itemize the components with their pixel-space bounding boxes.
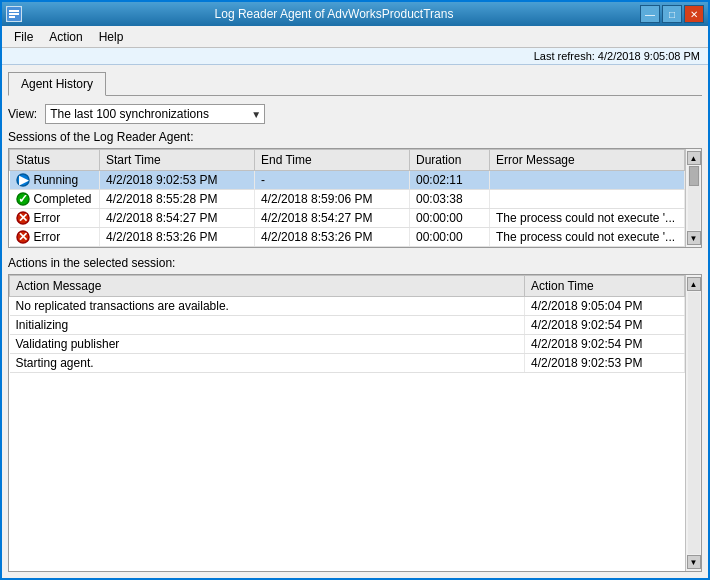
table-row[interactable]: ▶ Running 4/2/2018 9:02:53 PM - 00:02:11 <box>10 171 685 190</box>
status-cell: ✕ Error <box>10 228 100 247</box>
svg-rect-1 <box>9 10 19 12</box>
view-row: View: The last 100 synchronizations The … <box>8 104 702 124</box>
svg-text:▶: ▶ <box>18 173 28 187</box>
table-row[interactable]: No replicated transactions are available… <box>10 297 685 316</box>
status-text: Error <box>34 230 61 244</box>
end-time-cell: 4/2/2018 8:54:27 PM <box>255 209 410 228</box>
status-icon: ▶ <box>16 173 30 187</box>
window-icon <box>6 6 22 22</box>
table-row[interactable]: ✕ Error 4/2/2018 8:53:26 PM 4/2/2018 8:5… <box>10 228 685 247</box>
duration-cell: 00:03:38 <box>410 190 490 209</box>
action-time-cell: 4/2/2018 9:02:53 PM <box>525 354 685 373</box>
action-message-cell: No replicated transactions are available… <box>10 297 525 316</box>
error-message-cell <box>490 190 685 209</box>
table-row[interactable]: ✕ Error 4/2/2018 8:54:27 PM 4/2/2018 8:5… <box>10 209 685 228</box>
main-window: Log Reader Agent of AdvWorksProductTrans… <box>0 0 710 580</box>
main-content: Agent History View: The last 100 synchro… <box>2 65 708 578</box>
status-cell: ✕ Error <box>10 209 100 228</box>
status-icon: ✕ <box>16 211 30 225</box>
scroll-up-button[interactable]: ▲ <box>687 151 701 165</box>
svg-rect-3 <box>9 16 15 18</box>
svg-text:✓: ✓ <box>18 192 28 206</box>
col-error-message: Error Message <box>490 150 685 171</box>
duration-cell: 00:00:00 <box>410 228 490 247</box>
sessions-label: Sessions of the Log Reader Agent: <box>8 130 702 144</box>
action-time-cell: 4/2/2018 9:02:54 PM <box>525 316 685 335</box>
svg-rect-2 <box>9 13 19 15</box>
scroll-down-button[interactable]: ▼ <box>687 231 701 245</box>
actions-scroll-down-button[interactable]: ▼ <box>687 555 701 569</box>
menu-action[interactable]: Action <box>41 28 90 46</box>
table-row[interactable]: Validating publisher 4/2/2018 9:02:54 PM <box>10 335 685 354</box>
scroll-thumb[interactable] <box>689 166 699 186</box>
table-row[interactable]: ✓ Completed 4/2/2018 8:55:28 PM 4/2/2018… <box>10 190 685 209</box>
status-cell: ✓ Completed <box>10 190 100 209</box>
duration-cell: 00:00:00 <box>410 209 490 228</box>
start-time-cell: 4/2/2018 8:55:28 PM <box>100 190 255 209</box>
actions-scrollbar[interactable]: ▲ ▼ <box>685 275 701 571</box>
col-status: Status <box>10 150 100 171</box>
menu-file[interactable]: File <box>6 28 41 46</box>
actions-table: Action Message Action Time No replicated… <box>9 275 685 373</box>
col-action-message: Action Message <box>10 276 525 297</box>
col-action-time: Action Time <box>525 276 685 297</box>
status-text: Running <box>34 173 79 187</box>
error-message-cell <box>490 171 685 190</box>
error-message-cell: The process could not execute '... <box>490 228 685 247</box>
action-time-cell: 4/2/2018 9:02:54 PM <box>525 335 685 354</box>
close-button[interactable]: ✕ <box>684 5 704 23</box>
window-title: Log Reader Agent of AdvWorksProductTrans <box>28 7 640 21</box>
start-time-cell: 4/2/2018 8:54:27 PM <box>100 209 255 228</box>
status-cell: ▶ Running <box>10 171 100 190</box>
status-icon: ✕ <box>16 230 30 244</box>
end-time-cell: - <box>255 171 410 190</box>
svg-text:✕: ✕ <box>18 230 28 244</box>
table-row[interactable]: Starting agent. 4/2/2018 9:02:53 PM <box>10 354 685 373</box>
title-bar-buttons: — □ ✕ <box>640 5 704 23</box>
view-label: View: <box>8 107 37 121</box>
end-time-cell: 4/2/2018 8:53:26 PM <box>255 228 410 247</box>
tab-agent-history[interactable]: Agent History <box>8 72 106 96</box>
tab-bar: Agent History <box>8 71 702 96</box>
status-text: Error <box>34 211 61 225</box>
col-duration: Duration <box>410 150 490 171</box>
action-message-cell: Starting agent. <box>10 354 525 373</box>
svg-text:✕: ✕ <box>18 211 28 225</box>
title-bar: Log Reader Agent of AdvWorksProductTrans… <box>2 2 708 26</box>
status-icon: ✓ <box>16 192 30 206</box>
action-time-cell: 4/2/2018 9:05:04 PM <box>525 297 685 316</box>
actions-table-container: Action Message Action Time No replicated… <box>8 274 702 572</box>
table-row[interactable]: Initializing 4/2/2018 9:02:54 PM <box>10 316 685 335</box>
duration-cell: 00:02:11 <box>410 171 490 190</box>
maximize-button[interactable]: □ <box>662 5 682 23</box>
sessions-table: Status Start Time End Time Duration Erro… <box>9 149 685 247</box>
action-message-cell: Initializing <box>10 316 525 335</box>
end-time-cell: 4/2/2018 8:59:06 PM <box>255 190 410 209</box>
sessions-table-container: Status Start Time End Time Duration Erro… <box>8 148 702 248</box>
menu-help[interactable]: Help <box>91 28 132 46</box>
view-select[interactable]: The last 100 synchronizations The last 5… <box>45 104 265 124</box>
menu-bar: File Action Help <box>2 26 708 48</box>
start-time-cell: 4/2/2018 9:02:53 PM <box>100 171 255 190</box>
actions-label: Actions in the selected session: <box>8 256 702 270</box>
sessions-scrollbar[interactable]: ▲ ▼ <box>685 149 701 247</box>
error-message-cell: The process could not execute '... <box>490 209 685 228</box>
scroll-track <box>688 166 700 230</box>
action-message-cell: Validating publisher <box>10 335 525 354</box>
actions-scroll-up-button[interactable]: ▲ <box>687 277 701 291</box>
minimize-button[interactable]: — <box>640 5 660 23</box>
start-time-cell: 4/2/2018 8:53:26 PM <box>100 228 255 247</box>
status-text: Completed <box>34 192 92 206</box>
actions-scroll-track <box>688 292 700 554</box>
refresh-status: Last refresh: 4/2/2018 9:05:08 PM <box>2 48 708 65</box>
col-end-time: End Time <box>255 150 410 171</box>
col-start-time: Start Time <box>100 150 255 171</box>
view-select-wrapper: The last 100 synchronizations The last 5… <box>45 104 265 124</box>
